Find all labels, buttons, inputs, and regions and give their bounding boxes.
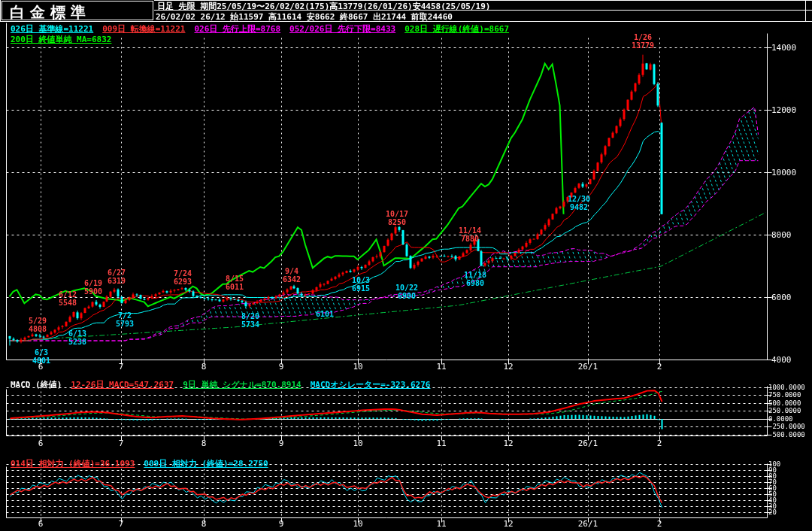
macd-xtick-2: 8 (201, 438, 207, 448)
annotation-value: 5900 (84, 287, 102, 296)
macd-ytick-0: 1000.0000 (768, 384, 805, 391)
macd-ytick-2: 500.0000 (768, 399, 801, 407)
annotation-date: 6/27 (108, 269, 126, 277)
annotation-value: 6915 (352, 284, 370, 293)
main-ytick-0: 14000 (771, 43, 796, 53)
annotation-value: 6980 (464, 279, 486, 287)
trading-app-window: 白金標準 日足 先限 期間25/05/19〜26/02/02(175)高1377… (0, 0, 812, 531)
main-xtick-2: 8 (201, 362, 207, 372)
price-annotation-16: 11/186980 (464, 271, 486, 287)
rsi-ytick-8: 20 (768, 508, 777, 516)
macd-xtick-1: 7 (119, 438, 124, 448)
legend-item-4: 028日 遅行線(終値)=8667 (404, 24, 509, 34)
macd-ytick-1: 750.0000 (768, 391, 801, 399)
rsi-xtick-0: 6 (38, 519, 44, 529)
annotation-date: 10/17 (386, 210, 408, 218)
main-xtick-3: 9 (279, 362, 284, 372)
rsi-legend-item-0: 014日 相対力 (終値)=36.1093 (11, 459, 135, 469)
annotation-value: 5238 (68, 338, 86, 346)
annotation-date: 6/12 (59, 290, 77, 299)
main-ytick-4: 6000 (771, 293, 792, 302)
price-annotation-5: 6/276319 (108, 269, 126, 285)
header-right-border (805, 0, 806, 21)
annotation-date: 1/26 (632, 33, 654, 41)
legend-item-2: 026日 先行上限=8768 (194, 24, 280, 34)
chart-canvas[interactable] (0, 0, 812, 531)
annotation-value: 5793 (116, 320, 134, 328)
price-annotation-14: 10/226900 (395, 284, 418, 300)
macd-ytick-3: 250.0000 (768, 407, 801, 414)
ichimoku-legend-row2: 200日 終値単純 MA=6832 (11, 34, 120, 45)
legend-item-0: 026日 基準線=11221 (11, 24, 93, 34)
annotation-value: 5734 (241, 320, 259, 329)
main-ytick-2: 10000 (771, 168, 796, 178)
annotation-date: 7/24 (174, 269, 192, 278)
annotation-value: 4808 (29, 325, 47, 333)
price-annotation-11: 6101 (316, 310, 334, 318)
annotation-date: 7/2 (116, 311, 134, 320)
annotation-value: 9482 (568, 203, 590, 211)
session-info-line: 日足 先限 期間25/05/19〜26/02/02(175)高13779(26/… (157, 1, 490, 12)
macd-xtick-4: 10 (353, 438, 362, 448)
annotation-value: 5548 (59, 299, 77, 307)
macd-xtick-8: 2 (657, 438, 662, 448)
legend-item-3: 052/026日 先行下限=8433 (289, 24, 395, 34)
price-annotation-6: 7/25793 (116, 311, 134, 328)
price-annotation-1: 6/34801 (32, 348, 50, 365)
annotation-date: 9/4 (283, 267, 301, 275)
price-annotation-7: 7/246293 (174, 269, 192, 286)
macd-legend-item-0: MACD (終値) (11, 380, 62, 390)
annotation-date: 12/30 (568, 195, 590, 203)
price-annotation-2: 6/125548 (59, 290, 77, 307)
annotation-date: 10/3 (352, 276, 370, 284)
price-annotation-0: 5/294808 (29, 317, 47, 333)
main-xtick-4: 10 (353, 362, 362, 372)
main-ytick-3: 8000 (771, 230, 792, 240)
instrument-tab[interactable]: 白金標準 (2, 1, 153, 20)
annotation-value: 6342 (283, 275, 301, 284)
annotation-date: 5/29 (29, 317, 47, 325)
price-annotation-15: 11/147880 (459, 226, 481, 243)
annotation-date: 6/19 (84, 279, 102, 287)
price-annotation-8: 8/156011 (226, 275, 244, 291)
main-ytick-5: 4000 (771, 355, 792, 365)
instrument-title: 白金標準 (10, 3, 91, 21)
price-annotation-9: 8/205734 (241, 312, 259, 329)
annotation-date: 8/20 (241, 312, 259, 320)
annotation-date: 11/14 (459, 226, 481, 235)
price-annotation-12: 10/36915 (352, 276, 370, 293)
header-left-border (0, 0, 1, 21)
macd-xtick-0: 6 (38, 438, 44, 448)
annotation-value: 6101 (316, 310, 334, 318)
annotation-value: 6319 (108, 277, 126, 285)
main-xtick-1: 7 (119, 362, 124, 372)
annotation-date: 10/22 (395, 284, 418, 292)
price-annotation-4: 6/135238 (68, 329, 86, 346)
macd-ytick-6: -500.0000 (768, 431, 805, 438)
macd-xtick-6: 12 (503, 438, 513, 448)
price-annotation-18: 1/2613779 (632, 33, 654, 50)
main-ytick-1: 12000 (771, 105, 796, 115)
main-xtick-6: 12 (503, 362, 513, 372)
legend-item-ma-0: 200日 終値単純 MA=6832 (11, 35, 111, 44)
annotation-value: 8250 (386, 218, 408, 226)
rsi-xtick-7: 26/1 (578, 519, 598, 529)
annotation-date: 11/18 (464, 271, 486, 279)
annotation-value: 6011 (226, 283, 244, 291)
rsi-xtick-8: 2 (657, 519, 662, 529)
annotation-date: 6/3 (32, 348, 50, 357)
rsi-legend-row: 014日 相対力 (終値)=36.1093009日 相対力 (終値)=28.27… (11, 458, 277, 469)
annotation-value: 6293 (174, 278, 192, 286)
macd-xtick-3: 9 (279, 438, 284, 448)
annotation-value: 4801 (32, 357, 50, 365)
price-annotation-10: 9/46342 (283, 267, 301, 284)
macd-ytick-5: -250.0000 (768, 423, 805, 430)
legend-item-1: 009日 転換線=11221 (102, 24, 185, 34)
rsi-xtick-6: 12 (503, 519, 513, 529)
main-xtick-8: 2 (657, 362, 662, 372)
price-annotation-13: 10/178250 (386, 210, 408, 226)
annotation-value: 13779 (632, 41, 654, 50)
macd-xtick-7: 26/1 (578, 438, 598, 448)
macd-legend-item-1: 12-26日 MACD=547.2637 (71, 380, 174, 390)
rsi-legend-item-1: 009日 相対力 (終値)=28.2750 (144, 459, 268, 469)
